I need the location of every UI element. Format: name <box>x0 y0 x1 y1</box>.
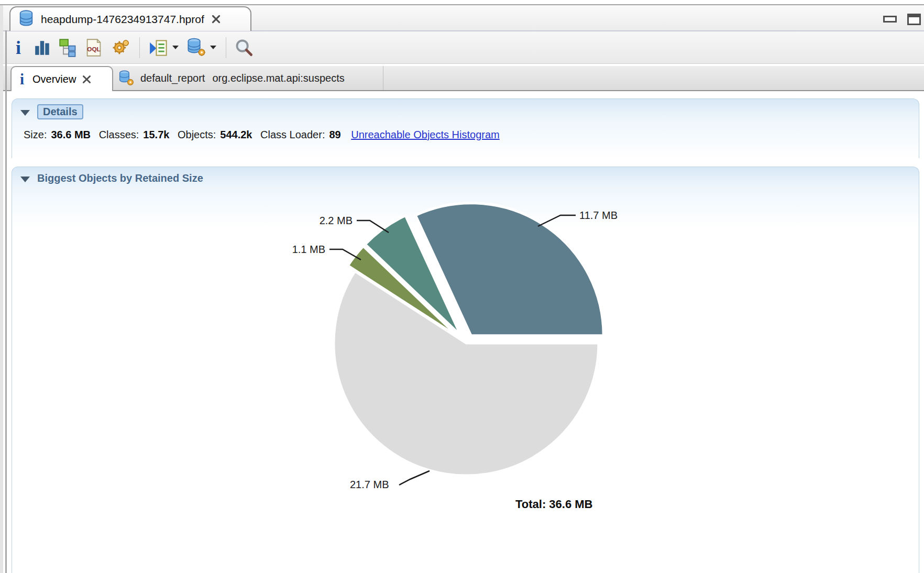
pie-leader-line <box>399 471 430 485</box>
pie-total-label: Total: 36.6 MB <box>515 498 593 511</box>
pie-slice-label: 11.7 MB <box>579 208 618 222</box>
pie-slice-label: 2.2 MB <box>290 214 353 227</box>
info-icon: i <box>20 72 24 86</box>
tab-default-report[interactable]: default_report org.eclipse.mat.api:suspe… <box>113 66 383 90</box>
editor-tab-close-icon[interactable] <box>212 15 221 24</box>
heap-database-icon <box>18 9 35 29</box>
tab-overview-label: Overview <box>32 73 76 85</box>
tab-default-report-label: default_report <box>140 72 205 84</box>
editor-tab-title: heapdump-1476234913747.hprof <box>41 13 204 26</box>
pie-slice-label: 21.7 MB <box>350 478 389 491</box>
tab-default-report-sublabel: org.eclipse.mat.api:suspects <box>212 72 344 84</box>
tab-overview[interactable]: i Overview <box>10 66 113 91</box>
editor-tab[interactable]: heapdump-1476234913747.hprof <box>9 6 251 31</box>
tab-overview-close-icon[interactable] <box>82 75 91 84</box>
report-database-icon <box>118 70 134 86</box>
pie-slice-label: 1.1 MB <box>262 243 325 256</box>
